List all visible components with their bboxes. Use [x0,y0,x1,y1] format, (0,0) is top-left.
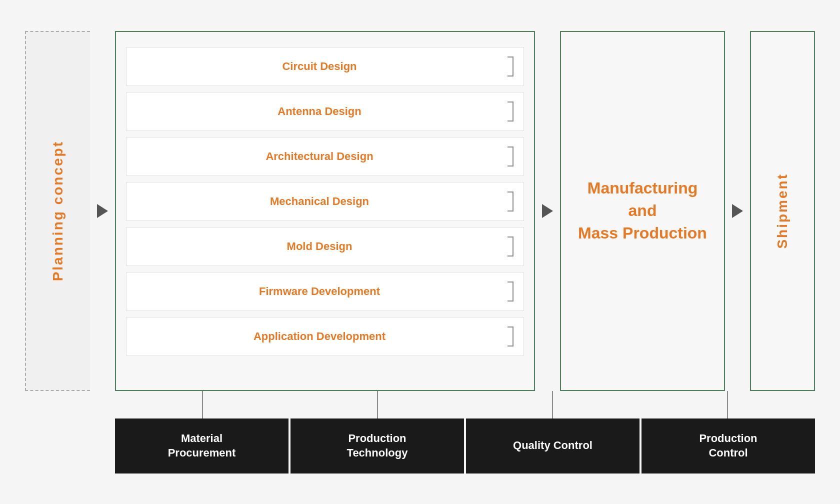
connector-spacer-left [25,391,115,418]
arrow-1 [90,31,115,391]
manufacturing-label: Manufacturing and Mass Production [578,177,707,244]
flow-row: Planning concept Circuit Design Antenna … [25,31,815,391]
connector-row [25,391,815,418]
quality-control-label: Quality Control [513,438,592,453]
application-dev-label: Application Development [136,330,502,343]
architectural-design-label: Architectural Design [136,150,502,163]
bracket-mold [508,236,514,256]
mold-design-label: Mold Design [136,240,502,253]
bottom-items: MaterialProcurement ProductionTechnology… [115,418,815,474]
bracket-mechanical [508,192,514,212]
production-technology-label: ProductionTechnology [347,432,408,460]
design-box: Circuit Design Antenna Design Architectu… [115,31,535,391]
bracket-architectural [508,146,514,166]
bracket-firmware [508,282,514,302]
firmware-dev-label: Firmware Development [136,285,502,298]
vert-line-3 [552,391,553,418]
vert-line-1 [202,391,203,418]
connector-1 [115,391,290,418]
arrow-3 [725,31,750,391]
bracket-antenna [508,102,514,122]
planning-concept-box: Planning concept [25,31,90,391]
bottom-item-material: MaterialProcurement [115,418,288,474]
connector-4 [640,391,815,418]
antenna-design-label: Antenna Design [136,105,502,118]
vert-line-4 [727,391,728,418]
material-procurement-label: MaterialProcurement [168,432,236,460]
manufacturing-box: Manufacturing and Mass Production [560,31,725,391]
design-item-mold: Mold Design [126,227,524,266]
design-item-mechanical: Mechanical Design [126,182,524,221]
bottom-item-production-tech: ProductionTechnology [290,418,464,474]
bottom-item-production-ctrl: ProductionControl [642,418,815,474]
bracket-circuit [508,56,514,76]
arrow-2-icon [542,204,553,218]
shipment-label: Shipment [774,173,790,249]
planning-concept-label: Planning concept [50,140,66,281]
bottom-row: MaterialProcurement ProductionTechnology… [25,418,815,474]
design-item-antenna: Antenna Design [126,92,524,131]
design-item-application: Application Development [126,317,524,356]
bottom-spacer-left [25,418,115,474]
main-container: Planning concept Circuit Design Antenna … [25,31,815,474]
connector-3 [465,391,640,418]
full-layout: Planning concept Circuit Design Antenna … [25,31,815,474]
bracket-application [508,326,514,346]
production-control-label: ProductionControl [699,432,757,460]
connector-items [115,391,815,418]
mechanical-design-label: Mechanical Design [136,195,502,208]
arrow-1-icon [97,204,108,218]
design-item-circuit: Circuit Design [126,47,524,86]
vert-line-2 [377,391,378,418]
shipment-box: Shipment [750,31,815,391]
bottom-item-quality: Quality Control [466,418,640,474]
connector-2 [290,391,465,418]
design-item-firmware: Firmware Development [126,272,524,311]
arrow-2 [535,31,560,391]
design-item-architectural: Architectural Design [126,137,524,176]
circuit-design-label: Circuit Design [136,60,502,73]
arrow-3-icon [732,204,743,218]
